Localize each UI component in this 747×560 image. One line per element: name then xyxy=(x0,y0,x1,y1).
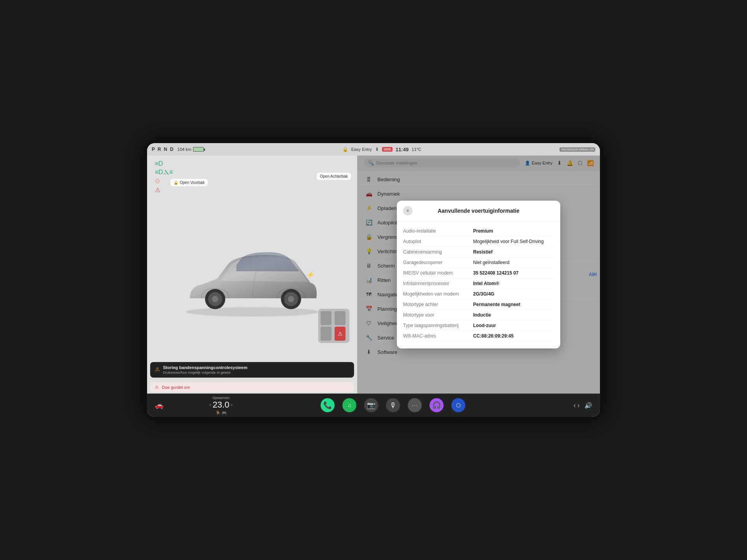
garage-value: Niet geïnstalleerd xyxy=(473,260,509,265)
info-row-cabin: Cabineverwarming Resistief xyxy=(403,247,554,257)
info-row-modem: Mogelijkheden van modem 2G/3G/4G xyxy=(403,289,554,299)
screen: P R N D 104 km 🔒 Easy Entry ⬇ SOS 11:49 … xyxy=(147,143,600,417)
left-panel: ≡D ≡DⲆ≡ ⊙ ⚠ 🔓 xyxy=(147,156,357,394)
seat-fl xyxy=(321,311,331,325)
volume-icon[interactable]: 🔊 xyxy=(584,402,592,409)
steering-icon: 🎙 xyxy=(389,401,396,410)
seat-rr-occupied: ⚠ xyxy=(335,327,345,341)
temperature: 11°C xyxy=(412,147,421,152)
info-row-motor-front: Motortype voor Inductie xyxy=(403,310,554,320)
warning-triangle-icon: ⚠ xyxy=(155,366,160,372)
phone-button[interactable]: 📞 xyxy=(321,398,335,412)
cabin-value: Resistief xyxy=(473,249,493,255)
wifi-value: CC:88:26:09:29:45 xyxy=(473,333,514,339)
nav-arrows: ‹ › xyxy=(573,401,580,410)
bluetooth-icon-task: ⬡ xyxy=(456,402,461,408)
podcast-icon: 🎧 xyxy=(432,401,441,410)
camera-icon: 📷 xyxy=(367,401,375,410)
seatbelt-text: Doe gordel om xyxy=(162,385,190,390)
icon-headlights: ≡D xyxy=(155,160,173,167)
temp-decrease-button[interactable]: ‹ xyxy=(210,402,211,408)
svg-point-4 xyxy=(212,296,218,302)
taskbar-temp-row: ‹ 23.0 › xyxy=(210,400,233,410)
steering-heat-icon: 🎮 xyxy=(222,411,226,415)
info-row-wifi: Wifi-MAC-adres CC:88:26:09:29:45 xyxy=(403,331,554,341)
wiper-icon: ≡DⲆ≡ xyxy=(155,169,173,176)
warning-content: Storing bandenspanningcontrolesysteem Dr… xyxy=(163,365,247,374)
nav-prev-button[interactable]: ‹ xyxy=(573,401,576,410)
modal-close-button[interactable]: × xyxy=(403,206,412,215)
taskbar: 🚗 Opwarmen ‹ 23.0 › 🪑 🎮 📞 ♫ xyxy=(147,394,600,417)
icon-seatbelt: ⚠ xyxy=(155,186,173,194)
dots-icon: ··· xyxy=(412,402,418,408)
taskbar-temp-section: Opwarmen ‹ 23.0 › 🪑 🎮 xyxy=(202,396,240,415)
warning-box: ⚠ Storing bandenspanningcontrolesysteem … xyxy=(150,362,354,378)
battery-label: Type laagspanningsbatterij xyxy=(403,323,473,328)
modem-value: 2G/3G/4G xyxy=(473,291,494,297)
taskbar-left: 🚗 xyxy=(155,401,202,410)
imei-label: IMEISV cellulair modem xyxy=(403,270,473,276)
vehicle-info-modal: × Aanvullende voertuiginformatie Audio-i… xyxy=(397,201,560,348)
spotify-button[interactable]: ♫ xyxy=(342,398,356,412)
achterbak-label: Open Achterbak xyxy=(320,174,348,178)
info-row-autopilot: Autopilot Mogelijkheid voor Full Self-Dr… xyxy=(403,236,554,247)
open-achterbak-button[interactable]: Open Achterbak xyxy=(317,173,351,180)
seatbelt-icon: ⚠ xyxy=(155,186,160,194)
motor-front-label: Motortype voor xyxy=(403,312,473,318)
infotainment-value: Intel Atom® xyxy=(473,281,499,286)
autopilot-info-value: Mogelijkheid voor Full Self-Driving xyxy=(473,239,544,244)
svg-point-7 xyxy=(288,296,294,302)
modal-header: × Aanvullende voertuiginformatie xyxy=(397,201,560,221)
open-voorbak-button[interactable]: 🔓 Open Voorbak xyxy=(170,179,208,186)
motor-rear-value: Permanente magneet xyxy=(473,302,520,307)
taskbar-car-icon[interactable]: 🚗 xyxy=(155,401,163,410)
warning-subtitle: Druksensorfout mogelijk volgende rit gew… xyxy=(163,371,247,374)
audio-label: Audio-installatie xyxy=(403,228,473,234)
info-row-imei: IMEISV cellulair modem 35 522408 124215 … xyxy=(403,268,554,278)
warming-label: Opwarmen xyxy=(212,396,230,400)
imei-value: 35 522408 124215 07 xyxy=(473,270,519,276)
spotify-icon: ♫ xyxy=(347,402,352,408)
icon-wipers: ≡DⲆ≡ xyxy=(155,169,173,176)
steering-button[interactable]: 🎙 xyxy=(386,398,400,412)
right-panel: 🔍 Doorzoek instellingen 👤 Easy Entry ⬇ 🔔… xyxy=(357,156,600,394)
garage-label: Garagedeuropener xyxy=(403,260,473,265)
nav-next-button[interactable]: › xyxy=(577,401,580,410)
headlight-icon: ≡D xyxy=(155,160,163,167)
cabin-label: Cabineverwarming xyxy=(403,249,473,255)
main-content: ≡D ≡DⲆ≡ ⊙ ⚠ 🔓 xyxy=(147,156,600,394)
modal-body: Audio-installatie Premium Autopilot Moge… xyxy=(397,221,560,346)
warning-title: Storing bandenspanningcontrolesysteem xyxy=(163,365,247,370)
svg-text:⚡: ⚡ xyxy=(307,271,314,278)
seats-diagram: ⚠ xyxy=(318,309,349,343)
more-button[interactable]: ··· xyxy=(408,398,422,412)
seat-fr xyxy=(335,311,345,325)
status-bar: P R N D 104 km 🔒 Easy Entry ⬇ SOS 11:49 … xyxy=(147,143,600,156)
seat-rl xyxy=(321,327,331,341)
seatbelt-warning: ⚠ Doe gordel om xyxy=(150,382,354,392)
tire-icon: ⊙ xyxy=(155,177,160,185)
download-icon: ⬇ xyxy=(375,147,379,152)
modem-label: Mogelijkheden van modem xyxy=(403,291,473,297)
seat-heat-icon: 🪑 xyxy=(216,411,220,415)
temp-icons: 🪑 🎮 xyxy=(216,411,226,415)
car-svg: ⚡ xyxy=(178,240,326,318)
bluetooth-button[interactable]: ⬡ xyxy=(451,398,465,412)
taskbar-icons: 📞 ♫ 📷 🎙 ··· 🎧 ⬡ xyxy=(240,398,545,412)
temp-increase-button[interactable]: › xyxy=(231,402,232,408)
easy-entry-status: Easy Entry xyxy=(351,147,372,152)
lock-icon: 🔒 xyxy=(342,147,348,152)
svg-point-0 xyxy=(186,307,318,317)
infotainment-label: Infotainmentprocessor xyxy=(403,281,473,286)
podcast-button[interactable]: 🎧 xyxy=(430,398,444,412)
passenger-airbag-badge: PASSENGER AIRBAG ON xyxy=(559,147,595,152)
autopilot-info-label: Autopilot xyxy=(403,239,473,244)
info-row-infotainment: Infotainmentprocessor Intel Atom® xyxy=(403,278,554,289)
info-row-garage: Garagedeuropener Niet geïnstalleerd xyxy=(403,257,554,268)
camera-button[interactable]: 📷 xyxy=(364,398,378,412)
info-row-audio: Audio-installatie Premium xyxy=(403,226,554,236)
info-row-motor-rear: Motortype achter Permanente magneet xyxy=(403,299,554,310)
audio-value: Premium xyxy=(473,228,493,234)
modal-overlay: × Aanvullende voertuiginformatie Audio-i… xyxy=(357,156,600,394)
prnd-display: P R N D xyxy=(152,147,174,152)
